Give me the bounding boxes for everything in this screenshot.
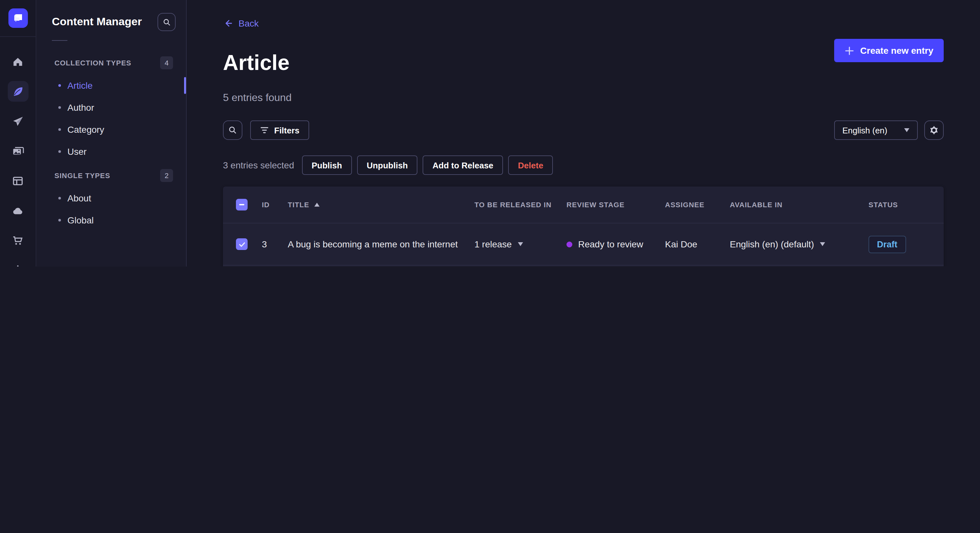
cloud-icon[interactable] xyxy=(8,200,28,221)
bullet-icon xyxy=(58,150,61,153)
sidebar-search-button[interactable] xyxy=(158,13,176,31)
status-badge: Draft xyxy=(869,235,906,253)
content-type-builder-icon[interactable] xyxy=(8,170,28,191)
content-manager-icon[interactable] xyxy=(8,81,28,102)
section-count-badge: 2 xyxy=(160,169,173,182)
search-icon xyxy=(228,125,237,135)
search-icon xyxy=(162,18,171,26)
column-header-title[interactable]: TITLE xyxy=(288,201,474,209)
sidebar-item-about[interactable]: About xyxy=(36,187,186,209)
bulk-actions-bar: 3 entries selected Publish Unpublish Add… xyxy=(223,155,944,175)
plus-icon xyxy=(845,46,854,56)
cell-review-stage: Ready to review xyxy=(566,239,665,249)
entries-count-text: 5 entries found xyxy=(223,92,944,104)
section-label: SINGLE TYPES xyxy=(54,171,110,179)
sidebar-item-label: User xyxy=(67,146,86,157)
collection-types-section: COLLECTION TYPES 4 Article Author Catego… xyxy=(36,56,186,163)
publish-button[interactable]: Publish xyxy=(302,155,352,175)
releases-icon[interactable] xyxy=(8,111,28,132)
cell-locale-label: English (en) (default) xyxy=(730,239,814,249)
bullet-icon xyxy=(58,84,61,87)
table-row[interactable]: 3 A bug is becoming a meme on the intern… xyxy=(223,223,944,265)
settings-icon[interactable] xyxy=(8,260,28,266)
column-header-stage[interactable]: REVIEW STAGE xyxy=(566,201,665,209)
cell-status: Draft xyxy=(869,235,931,253)
marketplace-icon[interactable] xyxy=(8,230,28,251)
sidebar-divider xyxy=(52,40,67,41)
add-to-release-button[interactable]: Add to Release xyxy=(423,155,503,175)
filters-button[interactable]: Filters xyxy=(250,121,309,140)
column-header-release[interactable]: TO BE RELEASED IN xyxy=(474,201,566,209)
app-window: KD Content Manager COLLECTION TYPES 4 Ar… xyxy=(0,0,980,266)
arrow-left-icon xyxy=(223,18,233,29)
sidebar-item-label: Author xyxy=(67,102,94,113)
cell-title: A bug is becoming a meme on the internet xyxy=(288,239,474,249)
search-button[interactable] xyxy=(223,121,242,140)
filter-icon xyxy=(260,126,269,134)
row-checkbox[interactable] xyxy=(236,238,248,250)
bullet-icon xyxy=(58,219,61,222)
media-library-icon[interactable] xyxy=(8,141,28,161)
locale-chevron xyxy=(820,242,825,246)
column-header-assignee[interactable]: ASSIGNEE xyxy=(665,201,730,209)
content-manager-sidebar: Content Manager COLLECTION TYPES 4 Artic… xyxy=(36,0,187,266)
release-chevron xyxy=(517,242,523,246)
bullet-icon xyxy=(58,106,61,109)
table-body: 3 A bug is becoming a meme on the intern… xyxy=(223,223,944,266)
sidebar-item-label: Global xyxy=(67,215,94,225)
sidebar-title: Content Manager xyxy=(52,16,142,29)
entries-table: ID TITLE TO BE RELEASED IN REVIEW STAGE … xyxy=(223,187,944,266)
single-types-section: SINGLE TYPES 2 About Global xyxy=(36,169,186,231)
cell-locale[interactable]: English (en) (default) xyxy=(730,239,869,249)
main-content: Back Article Create new entry 5 entries … xyxy=(187,0,980,266)
column-header-locale[interactable]: AVAILABLE IN xyxy=(730,201,869,209)
bullet-icon xyxy=(58,128,61,131)
select-all-checkbox[interactable] xyxy=(236,199,248,211)
view-settings-button[interactable] xyxy=(924,121,944,140)
table-header-row: ID TITLE TO BE RELEASED IN REVIEW STAGE … xyxy=(223,187,944,223)
section-label: COLLECTION TYPES xyxy=(54,59,131,67)
sidebar-item-author[interactable]: Author xyxy=(36,97,186,119)
sidebar-item-article[interactable]: Article xyxy=(36,75,186,97)
table-row[interactable]: 4 Beautiful picture - To do - English (e… xyxy=(223,265,944,266)
gear-icon xyxy=(929,125,939,135)
delete-button[interactable]: Delete xyxy=(508,155,553,175)
strapi-logo[interactable] xyxy=(8,8,27,28)
page-title: Article xyxy=(223,51,290,75)
sidebar-item-label: Category xyxy=(67,124,104,135)
column-header-status[interactable]: STATUS xyxy=(869,201,931,209)
check-icon xyxy=(238,241,245,248)
logo-section xyxy=(0,0,36,37)
locale-select[interactable]: English (en) xyxy=(834,121,918,140)
create-new-entry-button[interactable]: Create new entry xyxy=(834,39,944,62)
cell-release[interactable]: 1 release xyxy=(474,239,566,249)
home-icon[interactable] xyxy=(8,51,28,72)
sidebar-item-label: About xyxy=(67,193,91,203)
cell-assignee: Kai Doe xyxy=(665,239,730,249)
bullet-icon xyxy=(58,197,61,200)
back-link[interactable]: Back xyxy=(223,18,259,29)
cell-id: 3 xyxy=(262,239,288,249)
sidebar-item-user[interactable]: User xyxy=(36,141,186,163)
sidebar-item-global[interactable]: Global xyxy=(36,209,186,231)
cell-stage-label: Ready to review xyxy=(578,239,643,249)
toolbar: Filters English (en) xyxy=(223,121,944,140)
selected-count-text: 3 entries selected xyxy=(223,160,294,170)
section-count-badge: 4 xyxy=(160,56,173,69)
sidebar-item-category[interactable]: Category xyxy=(36,119,186,141)
chevron-down-icon xyxy=(904,128,909,132)
active-indicator xyxy=(184,77,186,94)
cell-release-label: 1 release xyxy=(474,239,512,249)
icon-rail: KD xyxy=(0,0,36,266)
indeterminate-icon xyxy=(239,201,245,208)
column-header-id[interactable]: ID xyxy=(262,201,288,209)
stage-dot xyxy=(566,241,572,247)
sort-asc-icon xyxy=(314,203,320,206)
strapi-logo-glyph xyxy=(13,13,23,23)
unpublish-button[interactable]: Unpublish xyxy=(357,155,417,175)
sidebar-item-label: Article xyxy=(67,80,93,90)
